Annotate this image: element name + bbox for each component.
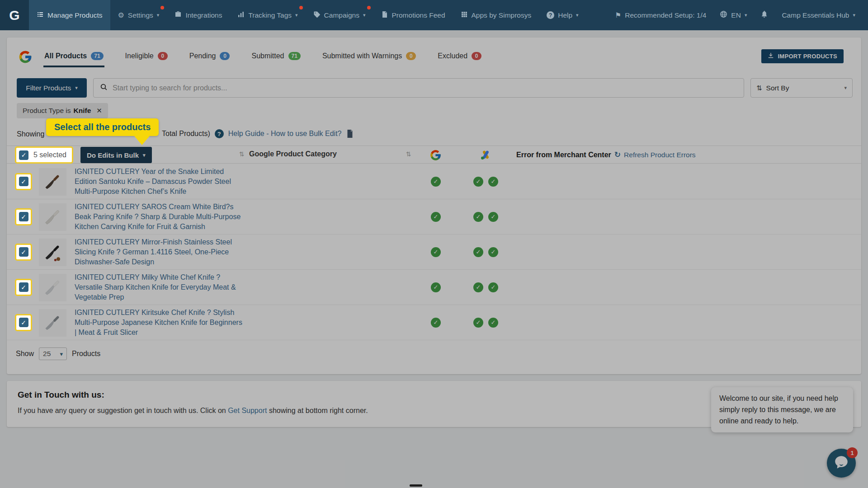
row-checkbox[interactable]: ✓: [19, 247, 28, 257]
recommended-setup-label: Recommended Setup: 1/4: [625, 11, 706, 19]
chevron-down-icon: ▾: [295, 13, 298, 18]
language-selector[interactable]: EN ▾: [720, 10, 747, 20]
file-icon: [381, 11, 388, 20]
nav-item-label: Settings: [128, 11, 153, 19]
nav-item-tracking-tags[interactable]: Tracking Tags ▾: [230, 0, 305, 30]
row-checkbox-highlight: ✓: [15, 244, 32, 261]
row-checkbox-highlight: ✓: [15, 208, 32, 225]
bar-chart-icon: [237, 11, 245, 20]
row-checkbox[interactable]: ✓: [19, 177, 28, 186]
app-logo[interactable]: G: [0, 0, 29, 30]
briefcase-icon: [175, 11, 182, 20]
flag-icon: ⚑: [615, 11, 621, 19]
list-icon: [37, 11, 44, 20]
select-all-checkbox[interactable]: ✓: [19, 150, 28, 160]
selected-count: 5 selected: [33, 151, 66, 159]
nav-item-label: Integrations: [185, 11, 222, 19]
chevron-down-icon: ▾: [853, 13, 855, 18]
account-name: Camp Essentials Hub: [782, 11, 849, 19]
nav-item-integrations[interactable]: Integrations: [167, 0, 230, 30]
nav-item-promotions-feed[interactable]: Promotions Feed: [373, 0, 453, 30]
globe-icon: [720, 10, 727, 20]
row-checkbox-highlight: ✓: [15, 173, 32, 190]
nav-item-label: Tracking Tags: [248, 11, 292, 19]
account-menu[interactable]: Camp Essentials Hub ▾: [782, 11, 855, 19]
chevron-down-icon: ▾: [576, 13, 579, 18]
nav-items: Manage Products ⚙ Settings ▾ Integration…: [29, 0, 586, 30]
tooltip-pointer: [134, 136, 150, 145]
nav-item-label: Apps by Simprosys: [472, 11, 532, 19]
nav-item-manage-products[interactable]: Manage Products: [29, 0, 110, 30]
question-icon: ?: [547, 11, 554, 19]
nav-item-help[interactable]: ? Help ▾: [539, 0, 586, 30]
grid-icon: [461, 11, 468, 20]
tag-icon: [313, 11, 321, 20]
tour-dim-overlay: [0, 30, 868, 488]
recommended-setup-link[interactable]: ⚑ Recommended Setup: 1/4: [615, 11, 706, 19]
notification-dot: [299, 6, 303, 9]
select-all-highlight: ✓ 5 selected: [15, 146, 73, 164]
row-checkbox-highlight: ✓: [15, 314, 32, 331]
row-checkbox[interactable]: ✓: [19, 318, 28, 327]
notifications-button[interactable]: [760, 10, 768, 20]
notification-dot: [367, 6, 371, 9]
page-content: All Products 71 Ineligible 0 Pending 0 S…: [0, 30, 868, 488]
chevron-down-icon: ▾: [363, 13, 366, 18]
notification-dot: [160, 6, 164, 9]
nav-item-apps-by-simprosys[interactable]: Apps by Simprosys: [453, 0, 539, 30]
bell-icon: [760, 10, 768, 20]
tour-tooltip: Select all the products: [46, 118, 159, 136]
row-checkbox-highlight: ✓: [15, 279, 32, 296]
chevron-down-icon: ▾: [745, 13, 747, 18]
nav-item-label: Promotions Feed: [392, 11, 445, 19]
nav-right: ⚑ Recommended Setup: 1/4 EN ▾ Camp Essen…: [615, 0, 868, 30]
language-label: EN: [731, 11, 741, 19]
tour-tooltip-text: Select all the products: [54, 122, 151, 132]
nav-item-label: Campaigns: [324, 11, 359, 19]
nav-item-settings[interactable]: ⚙ Settings ▾: [110, 0, 167, 30]
row-checkbox[interactable]: ✓: [19, 282, 28, 292]
row-checkbox[interactable]: ✓: [19, 212, 28, 221]
nav-item-campaigns[interactable]: Campaigns ▾: [306, 0, 373, 30]
nav-item-label: Help: [558, 11, 572, 19]
chevron-down-icon: ▾: [157, 13, 160, 18]
gear-icon: ⚙: [118, 12, 124, 19]
nav-item-label: Manage Products: [47, 11, 103, 19]
top-navbar: G Manage Products ⚙ Settings ▾ Integrati…: [0, 0, 868, 30]
